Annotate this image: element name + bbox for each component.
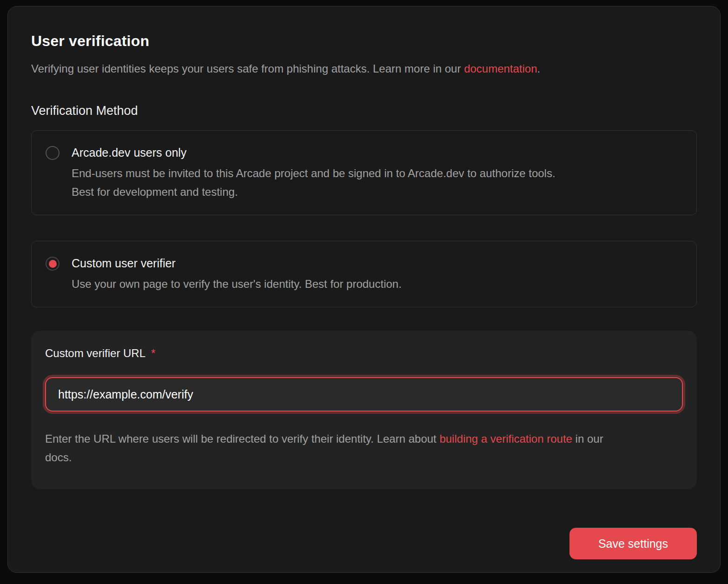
option-description-line: Use your own page to verify the user's i… [72,275,402,293]
option-body: Arcade.dev users only End-users must be … [72,145,556,201]
radio-selected-icon[interactable] [46,257,60,271]
custom-verifier-panel: Custom verifier URL* Enter the URL where… [31,331,697,489]
help-text-before: Enter the URL where users will be redire… [45,432,439,445]
custom-verifier-help-text: Enter the URL where users will be redire… [45,430,631,467]
required-asterisk: * [151,347,155,359]
page-subtitle: Verifying user identities keeps your use… [31,62,697,75]
custom-verifier-url-input[interactable] [45,377,683,411]
building-verification-route-link[interactable]: building a verification route [439,432,572,445]
field-label-text: Custom verifier URL [45,347,146,359]
custom-verifier-url-label: Custom verifier URL* [45,347,683,360]
option-description: Use your own page to verify the user's i… [72,275,402,293]
save-settings-button[interactable]: Save settings [569,528,697,559]
actions-row: Save settings [31,528,697,559]
verification-method-heading: Verification Method [31,104,697,118]
option-custom-user-verifier[interactable]: Custom user verifier Use your own page t… [31,241,697,307]
radio-unselected-icon[interactable] [46,146,60,160]
documentation-link[interactable]: documentation [464,62,537,75]
option-label: Arcade.dev users only [72,145,556,160]
option-arcade-dev-users-only[interactable]: Arcade.dev users only End-users must be … [31,130,697,215]
subtitle-period: . [537,62,541,75]
option-body: Custom user verifier Use your own page t… [72,256,402,293]
subtitle-text: Verifying user identities keeps your use… [31,62,464,75]
option-description-line: End-users must be invited to this Arcade… [72,164,556,183]
option-label: Custom user verifier [72,256,402,271]
option-description: End-users must be invited to this Arcade… [72,164,556,201]
user-verification-card: User verification Verifying user identit… [7,6,721,573]
option-description-line: Best for development and testing. [72,183,556,201]
page-title: User verification [31,33,697,50]
